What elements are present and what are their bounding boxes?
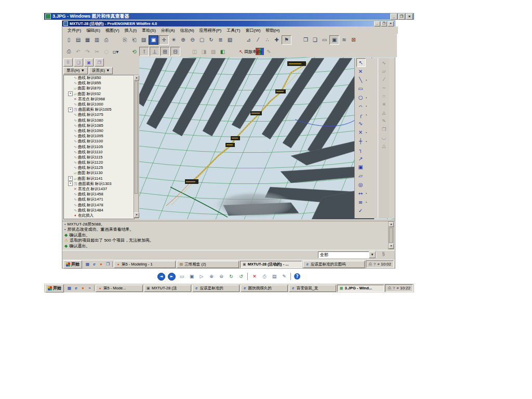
toolbar-button[interactable]: ❑ <box>311 36 320 44</box>
menu-item[interactable]: 窗口(W) <box>243 27 262 34</box>
toolbar-button[interactable]: ⊟ <box>170 47 180 56</box>
start-button[interactable]: 开始 <box>45 284 64 292</box>
toolbar-button[interactable]: ⊖ <box>188 36 197 44</box>
tree-item[interactable]: ▱ 曲面 标识1130 <box>64 170 134 176</box>
tree-item[interactable]: + ◳ 曲面裁剪 标识1005 <box>64 107 134 112</box>
tree-item[interactable]: ▱ 曲面 标识870 <box>64 86 134 91</box>
strip-tool-icon[interactable]: ⁙ <box>380 92 388 100</box>
sketch-tool-icon[interactable]: ▭ <box>356 85 365 92</box>
scroll-thumb[interactable] <box>389 228 393 243</box>
quick-launch-icon[interactable]: ● <box>80 285 86 291</box>
sketch-tool[interactable]: ▭ <box>355 84 378 93</box>
toolbar-button[interactable] <box>235 36 244 44</box>
expand-icon[interactable]: + <box>68 108 73 112</box>
toolbar-button[interactable]: ▭ <box>320 36 329 44</box>
viewer-toolbar-button[interactable]: ▷ <box>198 273 205 280</box>
toolbar-button[interactable]: ▣ <box>329 35 339 45</box>
strip-tool-icon[interactable]: ⁄ <box>380 75 388 83</box>
sketch-tool-icon[interactable]: ◎ <box>356 181 365 189</box>
sketch-tool-icon[interactable]: ╲ <box>356 76 365 84</box>
quick-launch-icon[interactable]: e <box>91 261 97 267</box>
toolbar-button[interactable]: ✚ <box>272 36 281 44</box>
toolbar-button[interactable]: ◌ <box>102 47 111 56</box>
task-button[interactable]: e 困扰我很久的 <box>241 285 288 292</box>
sketch-tool[interactable]: ≡ • <box>355 198 378 207</box>
task-button[interactable]: ● 第5 - Modeling - 1 <box>114 261 176 268</box>
toolbar-button[interactable]: ▨ <box>139 36 148 44</box>
sketch-tool[interactable]: ╭ • <box>355 111 378 119</box>
toolbar-button[interactable]: ⚑ <box>282 35 291 45</box>
sketch-tool-icon[interactable]: ▣ <box>356 163 365 171</box>
start-button[interactable]: 开始 <box>63 260 82 269</box>
quick-launch-icon[interactable]: ❐ <box>105 261 111 267</box>
viewer-toolbar-button[interactable] <box>247 273 248 280</box>
scroll-up-icon[interactable]: ▲ <box>134 75 139 81</box>
tree-item[interactable]: ∿ 曲线 标识1478 <box>64 203 134 208</box>
toolbar-button[interactable]: ✎ <box>264 47 273 56</box>
toolbar-button[interactable] <box>292 36 301 44</box>
sketch-tool-icon[interactable]: ↖ <box>356 58 366 67</box>
task-button[interactable]: ▦ 3.JPG - Wind... <box>337 285 384 292</box>
menu-item[interactable]: 插入(I) <box>123 27 139 34</box>
viewer-toolbar-button[interactable]: ↺ <box>237 273 245 280</box>
menu-item[interactable]: 信息(N) <box>178 27 196 34</box>
toolbar-button[interactable]: ↷ <box>83 47 92 56</box>
navigator-tab[interactable]: ❒ <box>95 58 104 66</box>
sketch-tool-icon[interactable]: ↗ <box>356 155 365 163</box>
viewer-toolbar-button[interactable]: ✕ <box>251 273 258 280</box>
strip-tool-icon[interactable]: ✎ <box>380 117 388 125</box>
task-button[interactable]: e 应该是标准的云图吗 <box>303 261 365 268</box>
tree-item[interactable]: ∿ 曲线 标识1110 <box>64 150 134 155</box>
sketch-tool-icon[interactable]: ┐ <box>356 146 365 154</box>
toolbar-button[interactable]: ◫ <box>190 47 199 56</box>
chevron-down-icon[interactable]: ▼ <box>369 251 376 258</box>
toolbar-button[interactable]: ▢ <box>197 36 206 44</box>
toolbar-button[interactable]: ⊞ <box>160 47 170 56</box>
tree-item[interactable]: ∿ 曲线 标识1080 <box>64 118 134 123</box>
sketch-tool-icon[interactable]: ↔ <box>356 190 365 197</box>
viewer-toolbar-button[interactable]: ⊕ <box>208 273 215 280</box>
toolbar-button[interactable]: ▤ <box>74 36 83 44</box>
sketch-tool[interactable]: × • <box>355 128 378 137</box>
show-button[interactable]: 显示(H) ▼ <box>63 67 88 74</box>
viewer-toolbar-button[interactable]: ✎ <box>281 273 288 280</box>
flyout-arrow-icon[interactable]: • <box>366 104 367 108</box>
settings-button[interactable]: 设置(E) ▼ <box>89 67 113 74</box>
toolbar-button[interactable]: ▯ <box>64 36 73 44</box>
printer-icon[interactable]: ⎙ <box>388 286 391 291</box>
sketch-tool-icon[interactable]: ▱ <box>356 172 365 180</box>
tree-item[interactable]: ∿ 曲线 标识1115 <box>64 155 134 160</box>
toolbar-button[interactable]: ⊺ <box>139 47 149 56</box>
tree-scrollbar[interactable]: ▲ ▼ <box>134 75 139 218</box>
expand-icon[interactable]: + <box>68 91 73 96</box>
sketch-tool-icon[interactable]: ∿ <box>356 119 365 127</box>
restore-button[interactable]: ❐ <box>398 14 405 20</box>
strip-tool-icon[interactable]: ▱ <box>380 67 388 75</box>
viewer-toolbar-button[interactable]: ? <box>294 273 300 280</box>
sketch-tool-icon[interactable]: ✓ <box>356 207 365 215</box>
quick-launch-icon[interactable]: ▦ <box>66 285 72 291</box>
task-button[interactable]: ▣ MXTUT-28 (活动的) - ... <box>240 261 302 268</box>
toolbar-button[interactable]: ≣ <box>216 36 225 44</box>
sketch-tool[interactable]: ┼ • <box>355 137 378 145</box>
tree-item[interactable]: ∿ 曲线 标识1000 <box>64 102 134 107</box>
sketch-tool[interactable]: ◎ <box>355 180 378 189</box>
viewer-toolbar-button[interactable]: ► <box>168 273 176 281</box>
tree-item[interactable]: ∿ 曲线 标识1090 <box>64 128 134 134</box>
quick-launch-icon[interactable]: ▦ <box>85 261 90 267</box>
help-icon[interactable]: ? <box>374 262 376 267</box>
tree-item[interactable]: ∿ 曲线 标识1120 <box>64 160 134 165</box>
printer-icon[interactable]: ⎙ <box>368 262 371 267</box>
toolbar-button[interactable]: ⎙ <box>64 47 73 56</box>
strip-tool-icon[interactable]: ✳ <box>380 100 388 108</box>
viewer-toolbar-button[interactable]: ▣ <box>188 273 195 280</box>
tree-item[interactable]: + ▱ 曲面 标识932 <box>64 91 134 97</box>
menu-item[interactable]: 草绘(S) <box>140 27 158 34</box>
strip-tool-icon[interactable]: △ <box>380 142 388 150</box>
quick-launch-icon[interactable]: » <box>87 285 92 291</box>
sketch-tool[interactable]: ▣ <box>355 163 378 172</box>
strip-tool-icon[interactable]: ◡ <box>380 134 388 141</box>
tree-item[interactable]: ➧ 在此插入 <box>64 213 134 218</box>
toolbar-button[interactable]: ↻ <box>207 36 216 44</box>
menu-item[interactable]: 帮助(H) <box>263 27 282 34</box>
